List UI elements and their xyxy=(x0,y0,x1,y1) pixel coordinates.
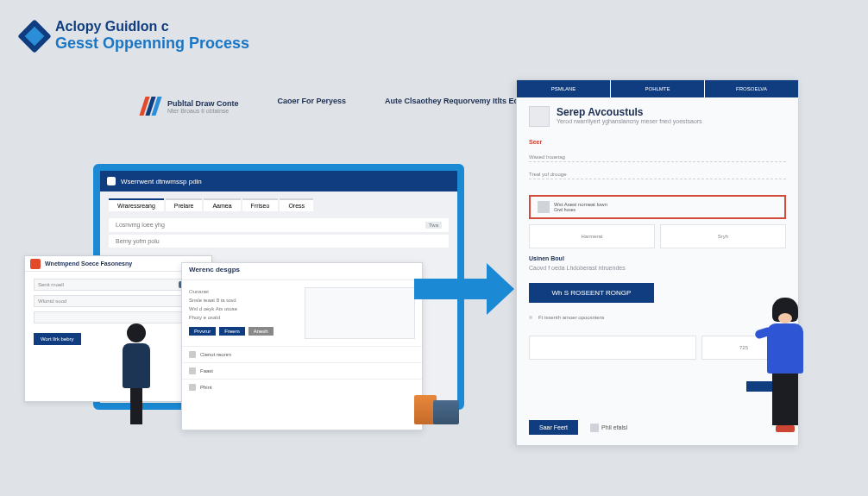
section-label: Seer xyxy=(529,139,786,145)
brand-item-1: Publtal Draw Conte Nter Broaus ti obtain… xyxy=(142,97,239,116)
grid-cell: Harmerat xyxy=(529,224,655,248)
grid-cell xyxy=(529,336,696,360)
tab[interactable]: Oress xyxy=(280,198,313,211)
stripe-icon xyxy=(142,97,161,116)
panel-line: Wsl d oeyk Ats otoae xyxy=(189,305,299,313)
footer-button[interactable]: Saar Feert xyxy=(529,420,578,435)
form-tabs: PSMLANE POHLMTE FROSOELVA xyxy=(517,80,798,97)
section-text: Cienot reonm xyxy=(200,352,231,357)
dialog-action-button[interactable]: Wort llrk bebry xyxy=(34,333,81,345)
form-subtitle: Yerod rwarrllyert yghanslancny rneser fn… xyxy=(557,118,702,124)
panel-line: Fhoty e osald xyxy=(189,313,299,322)
title-line-1: Aclopy Guidlon c xyxy=(55,19,249,35)
form-tab[interactable]: FROSOELVA xyxy=(705,80,798,97)
section-text: Faast xyxy=(200,368,213,374)
monitor-tabs: Wraressreang Prelare Aamea Frriseo Oress xyxy=(109,198,449,211)
dialog-icon xyxy=(30,259,41,269)
box-icon xyxy=(538,201,550,213)
arrow-icon xyxy=(414,263,518,315)
form-title: Serep Avcoustuls xyxy=(557,106,702,118)
option-icon xyxy=(590,424,599,432)
dialog-field[interactable]: Senit rnoell UOS xyxy=(34,279,203,291)
panel-line: Snsle teaat 8 ta tosd xyxy=(189,296,299,305)
brand-sub-1: Nter Broaus ti obtainse xyxy=(167,108,239,114)
logo-icon xyxy=(17,19,52,53)
form-field[interactable]: Wased lrooetag xyxy=(529,148,786,162)
boxes-illustration xyxy=(414,395,459,424)
section-icon xyxy=(189,367,196,374)
dialog-field[interactable]: Wlontd sood xyxy=(34,295,203,307)
form-header-icon xyxy=(529,106,550,127)
brand-title-3: Aute Clsaothey Requorvemy Itlts Eothres xyxy=(385,97,538,105)
tab[interactable]: Wraressreang xyxy=(109,198,164,211)
overlay-panel: Werenc desgps Ounanet Snsle teaat 8 ta t… xyxy=(181,262,423,430)
form-tab[interactable]: POHLMTE xyxy=(611,80,704,97)
form-field[interactable]: Treal yof drooge xyxy=(529,166,786,179)
monitor-titlebar: Wserrwent dtnwmssp pdin xyxy=(100,171,457,191)
list-row: Losnvmg loee yhg Twa xyxy=(109,218,449,232)
highlighted-box: Wst Asesi nomeat lown Grwl huses xyxy=(529,195,786,219)
person-illustration-1 xyxy=(112,323,160,427)
form-header: Serep Avcoustuls Yerod rwarrllyert yghan… xyxy=(517,97,798,135)
box-sub: Grwl huses xyxy=(554,207,607,212)
brand-item-3: Aute Clsaothey Requorvemy Itlts Eothres xyxy=(385,97,538,105)
brand-title-1: Publtal Draw Conte xyxy=(167,99,239,108)
badge: Twa xyxy=(425,222,442,229)
panel-button[interactable]: Freem xyxy=(219,327,244,336)
brand-title-2: Caoer For Peryess xyxy=(278,97,347,105)
section-icon xyxy=(189,384,196,391)
window-title: Wserrwent dtnwmssp pdin xyxy=(121,178,202,185)
dialog-title: Wnetmpend Soece Fasonesny xyxy=(45,261,132,267)
form-tab[interactable]: PSMLANE xyxy=(517,80,610,97)
brand-row: Publtal Draw Conte Nter Broaus ti obtain… xyxy=(142,97,538,116)
tab[interactable]: Prelare xyxy=(166,198,203,211)
page-header: Aclopy Guidlon c Gesst Oppenning Process xyxy=(22,19,249,53)
dialog-field[interactable] xyxy=(34,311,203,323)
window-icon xyxy=(107,177,116,185)
panel-thumbnail xyxy=(305,287,415,339)
section-icon xyxy=(189,351,196,358)
panel-title: Werenc desgps xyxy=(182,263,422,280)
section-text: Phint xyxy=(200,385,212,390)
tab[interactable]: Frriseo xyxy=(242,198,279,211)
panel-button[interactable]: Anesh xyxy=(248,327,274,336)
primary-action-button[interactable]: Wh S ROSEENT RONGP xyxy=(529,283,654,303)
section-label: Usinen Boul xyxy=(529,255,786,261)
grid-cell: Sryh xyxy=(660,224,786,248)
section-sub: Caovd f oeda Lhdoberast ntruendes xyxy=(529,265,786,271)
panel-line: Ounanet xyxy=(189,287,299,296)
tab[interactable]: Aamea xyxy=(204,198,240,211)
title-line-2: Gesst Oppenning Process xyxy=(55,35,249,53)
brand-item-2: Caoer For Peryess xyxy=(278,97,347,105)
list-row: Berny yofm polu xyxy=(109,235,449,248)
panel-button[interactable]: Prvvrur xyxy=(189,327,216,336)
person-illustration-2 xyxy=(755,298,815,449)
footer-option[interactable]: Phll efalsl xyxy=(590,424,627,432)
